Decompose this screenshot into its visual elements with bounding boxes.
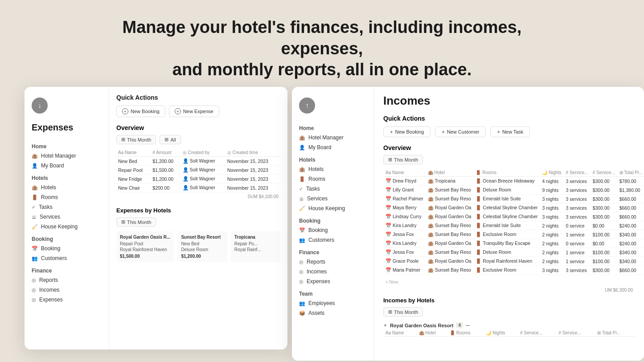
r-cell-s2: $300.00 [591,195,617,203]
table-row: 📅 Lilly Grant 🏨 Sunset Bay Reso 🚪 Deluxe… [383,186,644,195]
incomes-group-row: ▼ Royal Garden Oasis Resort 4 ··· [383,321,635,329]
tab-expenses-month[interactable]: ⊞ This Month [116,217,156,227]
sidebar-item-rooms[interactable]: 🚪 Rooms [25,192,109,202]
r-col-s1: # Service... [564,169,591,177]
left-main-content: Quick Actions + New Booking + New Expens… [109,87,287,350]
expenses-by-hotels: Expenses by Hotels ⊞ This Month Royal Ga… [116,207,280,262]
sidebar-item-services[interactable]: 🛎 Services [25,212,109,222]
r-cell-total: $660.00 [617,203,644,212]
r-cell-s2: $100.00 [591,230,617,239]
hotel-item: Royal Rainf... [234,247,277,252]
r-cell-hotel: 🏨 Royal Garden Oa [426,212,474,221]
right-tab-this-month[interactable]: ⊞ This Month [383,155,423,164]
table-row: New Bed $1,200.00 👤 Solt Wagner November… [116,157,280,166]
sidebar-item-housekeeping[interactable]: 🧹 House Keeping [25,222,109,232]
r-cell-name: 📅 Maya Berry [383,203,426,212]
tab-incomes-month[interactable]: ⊞ This Month [383,307,423,317]
table-row: Repair Pool $1,500.00 👤 Solt Wagner Nove… [116,166,280,175]
right-assets[interactable]: 📦 Assets [292,308,374,318]
r-expenses-icon: ◎ [299,279,304,285]
sidebar-item-incomes[interactable]: ◎ Incomes [25,285,109,295]
r-assets-icon: 📦 [299,310,305,316]
r-cell-name: 📅 Jessa Fox [383,248,426,257]
r-cell-total: $660.00 [617,212,644,221]
right-housekeeping[interactable]: 🧹 House Keeping [292,203,374,213]
incomes-by-tabs: ⊞ This Month [383,307,635,317]
right-booking[interactable]: 📅 Booking [292,225,374,235]
r-cell-room: 🚪 Celestial Skyline Chamber [473,212,540,221]
r-cell-hotel: 🏨 Sunset Bay Reso [426,195,474,203]
r-cell-room: 🚪 Celestial Skyline Chamber [473,203,540,212]
sidebar-item-tasks[interactable]: ✓ Tasks [25,202,109,212]
r-hotel-icon: 🏨 [299,135,305,141]
r-cell-hotel: 🏨 Tropicana [426,177,474,186]
cell-by: 👤 Solt Wagner [181,166,226,175]
hotel-col: Tropicana Repair Po...Royal Rainf... [231,231,280,262]
cell-amount: $1,500.00 [151,166,180,175]
right-my-board[interactable]: 👤 My Board [292,142,374,152]
right-tasks[interactable]: ✓ Tasks [292,184,374,194]
r-cell-s1: 1 service [564,257,591,266]
right-reports[interactable]: ◎ Reports [292,257,374,267]
housekeeping-icon: 🧹 [32,224,38,230]
right-services[interactable]: 🛎 Services [292,194,374,203]
hero-line1: Manage your hotel's finances, including … [89,17,555,59]
sidebar-item-my-board[interactable]: 👤 My Board [25,161,109,171]
right-rooms[interactable]: 🚪 Rooms [292,174,374,184]
r-tasks-icon: ✓ [299,186,303,192]
r-cell-room: 🚪 Deluxe Room [473,248,540,257]
r-cell-nights: 9 nights [540,186,563,195]
hotel-item: Royal Rainforest Haven [120,247,170,252]
right-employees[interactable]: 👥 Employees [292,298,374,308]
sidebar-booking-section: Booking [25,232,109,244]
r-cell-name: 📅 Lindsay Curry [383,212,426,221]
hotel-icon: 🏨 [32,153,38,159]
right-customers[interactable]: 👥 Customers [292,235,374,245]
r-plus-1: + [390,129,393,134]
col-amount: # Amount [151,149,180,157]
booking-icon: 📅 [32,246,38,252]
right-booking-section: Booking [292,213,374,225]
hotel-col: Royal Garden Oasis R... Repair PoolRoyal… [116,231,174,262]
col-created-time: ◎ Created time [226,149,280,157]
right-new-customer[interactable]: + New Customer [435,126,486,137]
sidebar-item-expenses[interactable]: ◎ Expenses [25,295,109,305]
sidebar-item-reports[interactable]: ◎ Reports [25,275,109,285]
right-new-booking[interactable]: + New Booking [383,126,431,137]
r-cell-name: 📅 Kira Landry [383,239,426,248]
r-incomes-icon: ◎ [299,269,304,275]
r-cell-hotel: 🏨 Sunset Bay Reso [426,266,474,275]
right-hotel-manager[interactable]: 🏨 Hotel Manager [292,133,374,142]
r-cell-total: $660.00 [617,266,644,275]
r-cell-hotel: 🏨 Royal Garden Oa [426,203,474,212]
hotel-amount: $1,500.00 [120,254,170,259]
r-cell-s1: 3 services [564,212,591,221]
tab-this-month[interactable]: ⊞ This Month [116,135,156,144]
tab-all[interactable]: ⊞ All [160,135,180,144]
right-sidebar: ↑ Home 🏨 Hotel Manager 👤 My Board Hotels… [292,87,374,361]
r-housekeeping-icon: 🧹 [299,206,305,212]
hero-line2: and monthly reports, all in one place. [89,59,555,81]
overview-sum: SUM $4,100.00 [116,192,280,203]
incomes-new-button[interactable]: + New [383,278,635,286]
left-page-title: Expenses [25,121,109,139]
right-expenses[interactable]: ◎ Expenses [292,277,374,286]
right-incomes[interactable]: ◎ Incomes [292,267,374,277]
r-cell-name: 📅 Maria Palmer [383,266,426,275]
cell-time: November 15, 2023 [226,166,280,175]
incomes-sub-table: Aa Name 🏨 Hotel 🚪 Rooms 🌙 Nights # Servi… [383,329,635,337]
sidebar-item-booking[interactable]: 📅 Booking [25,244,109,253]
right-hotels[interactable]: 🏨 Hotels [292,164,374,174]
sidebar-item-customers[interactable]: 👥 Customers [25,253,109,263]
r-sub-s1: # Service... [518,329,557,337]
right-new-task[interactable]: + New Task [490,126,530,137]
sidebar-item-hotels[interactable]: 🏨 Hotels [25,183,109,192]
hero-text: Manage your hotel's finances, including … [0,0,644,94]
expenses-icon: ◎ [32,297,36,303]
qa-buttons: + New Booking + New Expense [116,106,280,117]
hotel-col-name: Royal Garden Oasis R... [120,235,170,240]
new-booking-button[interactable]: + New Booking [116,106,165,117]
new-expense-button[interactable]: + New Expense [169,106,219,117]
table-row: 📅 Drew Floyd 🏨 Tropicana 🚪 Ocean Breeze … [383,177,644,186]
sidebar-item-hotel-manager[interactable]: 🏨 Hotel Manager [25,151,109,161]
